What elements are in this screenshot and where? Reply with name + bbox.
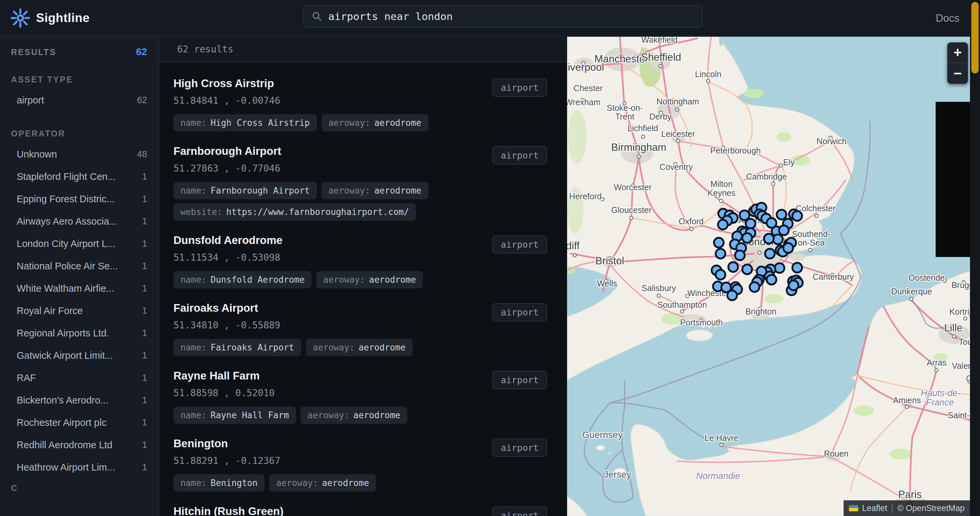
facet-section: ASSET TYPE airport 62	[11, 75, 147, 111]
airport-marker[interactable]	[792, 263, 802, 273]
result-tags-row: name:Beningtonaeroway:aerodrome	[173, 474, 376, 492]
docs-link[interactable]: Docs	[935, 0, 959, 37]
facet-item[interactable]: Stapleford Flight Cen... 1	[11, 166, 147, 188]
facet-item[interactable]: Redhill Aerodrome Ltd 1	[11, 434, 147, 456]
tag-value: aerodrome	[353, 410, 400, 420]
result-card[interactable]: Rayne Hall Farm 51.88598 , 0.52010 name:…	[173, 369, 547, 424]
map-label: Normandie	[696, 471, 740, 481]
city-dot	[720, 443, 723, 447]
map-label: Wrexham	[567, 97, 600, 107]
map-label: Valenciennes	[952, 361, 970, 371]
airport-marker[interactable]	[735, 251, 745, 260]
airport-marker[interactable]	[716, 249, 725, 259]
zoom-in-button[interactable]: +	[947, 42, 968, 63]
map-label: Salisbury	[642, 283, 676, 293]
airport-marker[interactable]	[777, 210, 786, 220]
result-card[interactable]: High Cross Airstrip 51.84841 , -0.00746 …	[173, 77, 547, 132]
facet-item[interactable]: airport 62	[11, 89, 147, 111]
airport-marker[interactable]	[792, 211, 802, 221]
airport-marker[interactable]	[718, 220, 728, 229]
map-label: Peterborough	[710, 146, 761, 155]
facet-item[interactable]: London City Airport L... 1	[11, 233, 147, 255]
tag-value: Farnborough Airport	[210, 186, 310, 196]
tag-key: name:	[180, 275, 207, 285]
airport-marker[interactable]	[765, 249, 775, 259]
islet	[609, 452, 611, 454]
airport-marker[interactable]	[743, 233, 752, 243]
tag-chip: aeroway:aerodrome	[301, 406, 407, 424]
airport-marker[interactable]	[767, 275, 776, 285]
sightline-logo-icon	[11, 8, 30, 28]
search-icon	[312, 11, 322, 22]
result-card[interactable]: Hitchin (Rush Green) 51.90428 , -0.24044…	[173, 505, 547, 516]
facet-item[interactable]: Regional Airports Ltd. 1	[11, 322, 147, 344]
city-dot	[815, 214, 818, 218]
map-label: Hereford	[569, 191, 601, 201]
airport-marker[interactable]	[743, 265, 752, 274]
map-label: Brugge	[951, 280, 970, 290]
facet-item[interactable]: Heathrow Airport Lim... 1	[11, 456, 147, 479]
search-box[interactable]	[303, 5, 703, 28]
result-card[interactable]: Dunsfold Aerodrome 51.11534 , -0.53098 n…	[173, 234, 547, 288]
isle-of-wight	[686, 330, 713, 341]
airport-marker[interactable]	[729, 262, 738, 272]
zoom-out-button[interactable]: −	[947, 63, 968, 84]
result-coordinates: 51.88598 , 0.52010	[173, 387, 407, 398]
leaflet-map[interactable]: WakefieldManchesterSheffieldLiverpoolLin…	[567, 37, 970, 516]
tag-key: name:	[180, 118, 207, 128]
result-title: Benington	[173, 437, 376, 450]
map-label: Arras	[927, 358, 947, 367]
facet-item[interactable]: White Waltham Airfie... 1	[11, 277, 147, 300]
facet-item-count: 1	[142, 373, 147, 383]
result-card[interactable]: Farnborough Airport 51.27863 , -0.77046 …	[173, 145, 547, 221]
facet-item-count: 1	[142, 283, 147, 294]
facet-item-count: 1	[142, 172, 147, 182]
facet-item[interactable]: Gatwick Airport Limit... 1	[11, 344, 147, 367]
facet-item[interactable]: Epping Forest Distric... 1	[11, 188, 147, 210]
facet-item[interactable]: National Police Air Se... 1	[11, 255, 147, 277]
facet-item-label: National Police Air Se...	[17, 261, 118, 272]
airport-marker[interactable]	[716, 270, 725, 280]
tag-key: aeroway:	[307, 410, 349, 420]
map-label: Rouen	[824, 449, 849, 458]
result-card[interactable]: Fairoaks Airport 51.34810 , -0.55889 nam…	[173, 302, 547, 356]
result-card[interactable]: Benington 51.88291 , -0.12367 name:Benin…	[173, 437, 547, 492]
brand-name: Sightline	[36, 11, 90, 25]
airport-marker[interactable]	[789, 281, 799, 290]
page-scrollbar-thumb[interactable]	[971, 2, 978, 73]
facet-item[interactable]: Unknown 48	[11, 143, 147, 166]
facet-item[interactable]: Bickerton's Aerodro... 1	[11, 389, 147, 411]
airport-marker[interactable]	[750, 282, 759, 292]
osm-link[interactable]: © OpenStreetMap	[897, 503, 965, 513]
tag-chip: aeroway:aerodrome	[306, 339, 413, 356]
airport-marker[interactable]	[746, 219, 756, 229]
search-input[interactable]	[328, 10, 694, 22]
facet-item-label: Heathrow Airport Lim...	[17, 462, 115, 473]
map-label: Kortrijk	[949, 307, 970, 316]
airport-marker[interactable]	[714, 238, 724, 248]
facet-item[interactable]: Royal Air Force 1	[11, 300, 147, 322]
facet-item-count: 1	[142, 395, 147, 406]
map-label: Jersey	[604, 469, 631, 479]
facet-item-count: 1	[142, 306, 147, 316]
map-label: Portsmouth	[680, 318, 723, 327]
airport-marker[interactable]	[764, 234, 774, 244]
facet-item-count: 1	[142, 239, 147, 249]
leaflet-link[interactable]: Leaflet	[862, 503, 887, 513]
guernsey-island	[596, 445, 605, 451]
airport-marker[interactable]	[779, 226, 789, 235]
facet-item[interactable]: RAF 1	[11, 367, 147, 389]
result-coordinates: 51.11534 , -0.53098	[173, 252, 423, 263]
facet-item[interactable]: Airways Aero Associa... 1	[11, 210, 147, 233]
airport-marker[interactable]	[784, 243, 793, 253]
tag-key: website:	[180, 207, 222, 217]
tag-value: Dunsfold Aerodrome	[210, 275, 305, 285]
facet-item[interactable]: Rochester Airport plc 1	[11, 411, 147, 434]
airport-marker[interactable]	[727, 291, 737, 300]
page-scrollbar[interactable]	[970, 0, 980, 516]
city-dot	[758, 251, 761, 254]
brand[interactable]: Sightline	[11, 8, 90, 28]
airport-marker[interactable]	[775, 263, 784, 273]
map-label: Saint-Quentin	[948, 411, 970, 420]
facet-item-label: airport	[17, 95, 44, 106]
